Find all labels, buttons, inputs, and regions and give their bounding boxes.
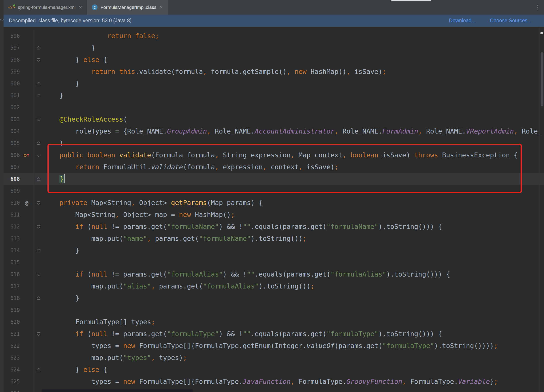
- fold-start-icon[interactable]: [34, 113, 43, 125]
- fold-end-icon[interactable]: [34, 244, 43, 256]
- line-number[interactable]: 604: [4, 128, 20, 134]
- code-line[interactable]: 612 if (null != params.get("formulaName"…: [4, 221, 544, 233]
- code-text[interactable]: [43, 256, 544, 268]
- code-line[interactable]: 619: [4, 304, 544, 316]
- tab-formula-manager-impl-class[interactable]: C FormulaManagerImpl.class ×: [87, 0, 168, 15]
- fold-end-icon[interactable]: [34, 292, 43, 304]
- fold-start-icon[interactable]: [34, 328, 43, 340]
- code-text[interactable]: map.put("alias", params.get("formulaAlia…: [43, 280, 544, 292]
- code-line[interactable]: 611 Map<String, Object> map = new HashMa…: [4, 209, 544, 221]
- code-line[interactable]: 596 return false;: [4, 30, 544, 42]
- code-text[interactable]: } else {: [43, 54, 544, 66]
- code-line[interactable]: 624 } else {: [4, 364, 544, 376]
- code-text[interactable]: public boolean validate(Formula formula,…: [43, 149, 544, 161]
- download-link[interactable]: Download...: [449, 18, 476, 24]
- code-line[interactable]: 613 map.put("name", params.get("formulaN…: [4, 233, 544, 244]
- code-line[interactable]: 616 if (null != params.get("formulaAlias…: [4, 268, 544, 280]
- line-number[interactable]: 607: [4, 164, 20, 170]
- fold-end-icon[interactable]: [34, 173, 43, 185]
- code-line[interactable]: 609: [4, 185, 544, 197]
- close-icon[interactable]: ×: [160, 5, 163, 10]
- code-text[interactable]: map.put("name", params.get("formulaName"…: [43, 233, 544, 244]
- line-number[interactable]: 615: [4, 259, 20, 266]
- code-text[interactable]: FormulaType[] types;: [43, 316, 544, 328]
- line-number[interactable]: 612: [4, 224, 20, 230]
- code-line[interactable]: 602: [4, 101, 544, 113]
- code-line[interactable]: 599 return this.validate(formula, formul…: [4, 66, 544, 78]
- fold-start-icon[interactable]: [34, 197, 43, 209]
- line-number[interactable]: 622: [4, 343, 20, 349]
- close-icon[interactable]: ×: [79, 5, 82, 10]
- code-line[interactable]: 607 return FormulaUtil.validate(formula,…: [4, 161, 544, 173]
- code-text[interactable]: [43, 185, 544, 197]
- line-number[interactable]: 610: [4, 200, 20, 206]
- code-text[interactable]: }: [43, 78, 544, 90]
- line-number[interactable]: 608: [4, 176, 20, 182]
- fold-end-icon[interactable]: [34, 90, 43, 101]
- tab-spring-formula-manager-xml[interactable]: </> spring-formula-manager.xml ×: [4, 0, 87, 15]
- editor[interactable]: 596 return false;597 }598 } else {599 re…: [4, 27, 544, 392]
- fold-end-icon[interactable]: [34, 42, 43, 54]
- code-line[interactable]: 597 }: [4, 42, 544, 54]
- line-number[interactable]: 617: [4, 283, 20, 289]
- code-text[interactable]: Map<String, Object> map = new HashMap();: [43, 209, 544, 221]
- code-line[interactable]: 600 }: [4, 78, 544, 90]
- code-line[interactable]: 620 FormulaType[] types;: [4, 316, 544, 328]
- code-text[interactable]: return FormulaUtil.validate(formula, exp…: [43, 161, 544, 173]
- fold-start-icon[interactable]: [34, 54, 43, 66]
- code-line[interactable]: 598 } else {: [4, 54, 544, 66]
- code-text[interactable]: if (null != params.get("formulaAlias") &…: [43, 268, 544, 280]
- choose-sources-link[interactable]: Choose Sources...: [490, 18, 532, 24]
- line-number[interactable]: 609: [4, 188, 20, 194]
- fold-start-icon[interactable]: [34, 149, 43, 161]
- fold-end-icon[interactable]: [34, 364, 43, 376]
- line-number[interactable]: 602: [4, 104, 20, 111]
- line-number[interactable]: 624: [4, 367, 20, 373]
- code-line[interactable]: 623 map.put("types", types);: [4, 352, 544, 364]
- fold-end-icon[interactable]: [34, 78, 43, 90]
- code-line[interactable]: 625 types = new FormulaType[]{FormulaTyp…: [4, 376, 544, 388]
- override-marker-icon[interactable]: [20, 149, 34, 161]
- code-line[interactable]: 614 }: [4, 244, 544, 256]
- code-text[interactable]: }: [43, 292, 544, 304]
- line-number[interactable]: 605: [4, 140, 20, 146]
- line-number[interactable]: 601: [4, 92, 20, 99]
- line-number[interactable]: 618: [4, 295, 20, 301]
- line-number[interactable]: 619: [4, 307, 20, 313]
- code-text[interactable]: }: [43, 90, 544, 101]
- line-number[interactable]: 614: [4, 247, 20, 254]
- code-line[interactable]: 610@ private Map<String, Object> getPara…: [4, 197, 544, 209]
- line-number[interactable]: 599: [4, 69, 20, 75]
- code-text[interactable]: [43, 101, 544, 113]
- scrollbar[interactable]: [539, 27, 544, 392]
- code-line[interactable]: 608 }: [4, 173, 544, 185]
- code-text[interactable]: return false;: [43, 30, 544, 42]
- code-text[interactable]: return this.validate(formula, formula.ge…: [43, 66, 544, 78]
- line-number[interactable]: 596: [4, 33, 20, 39]
- line-number[interactable]: 603: [4, 116, 20, 123]
- code-line[interactable]: 618 }: [4, 292, 544, 304]
- line-number[interactable]: 613: [4, 236, 20, 242]
- code-text[interactable]: }: [43, 42, 544, 54]
- line-number[interactable]: 611: [4, 212, 20, 218]
- fold-end-icon[interactable]: [34, 137, 43, 149]
- code-line[interactable]: 605 ): [4, 137, 544, 149]
- code-line[interactable]: 601 }: [4, 90, 544, 101]
- code-text[interactable]: } else {: [43, 364, 544, 376]
- code-text[interactable]: types = new FormulaType[]{FormulaType.Ja…: [43, 376, 544, 388]
- line-number[interactable]: 600: [4, 81, 20, 87]
- code-text[interactable]: @CheckRoleAccess(: [43, 113, 544, 125]
- code-text[interactable]: map.put("types", types);: [43, 352, 544, 364]
- code-line[interactable]: 615: [4, 256, 544, 268]
- fold-start-icon[interactable]: [34, 268, 43, 280]
- line-number[interactable]: 606: [4, 152, 20, 158]
- fold-start-icon[interactable]: [34, 221, 43, 233]
- code-text[interactable]: [43, 304, 544, 316]
- line-number[interactable]: 597: [4, 45, 20, 51]
- code-text[interactable]: ): [43, 137, 544, 149]
- code-line[interactable]: 621 if (null != params.get("formulaType"…: [4, 328, 544, 340]
- line-number[interactable]: 598: [4, 57, 20, 63]
- more-options-icon[interactable]: ⋮: [530, 4, 544, 11]
- code-text[interactable]: roleTypes = {Role_NAME.GroupAdmin, Role_…: [43, 125, 544, 137]
- code-line[interactable]: 622 types = new FormulaType[]{FormulaTyp…: [4, 340, 544, 352]
